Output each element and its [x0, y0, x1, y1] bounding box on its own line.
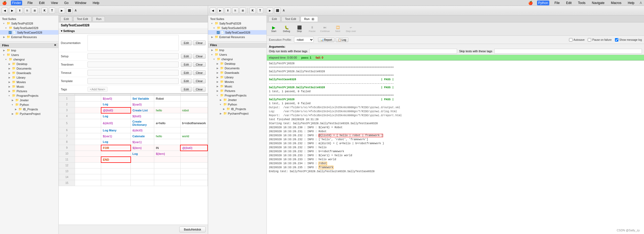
tab-edit-left[interactable]: Edit	[60, 16, 72, 21]
row-cell-for[interactable]: FOR	[101, 145, 131, 151]
row-cell-empty[interactable]	[101, 151, 131, 157]
row-cell-empty[interactable]	[180, 157, 208, 163]
tab-run-left[interactable]: Run	[93, 16, 105, 21]
row-cell-empty[interactable]	[154, 139, 180, 145]
toolbar-btn-t[interactable]: T	[49, 7, 55, 14]
files-item-downloads[interactable]: ▶ 📁 Downloads	[0, 71, 58, 75]
row-cell[interactable]	[75, 113, 101, 119]
row-cell-var[interactable]: ${item}	[131, 145, 154, 151]
row-cell-var[interactable]: ${var0}	[101, 96, 131, 102]
setup-clear-btn[interactable]: Clear	[193, 54, 206, 59]
toolbar-btn-paste-r[interactable]: ⊞	[240, 7, 246, 14]
step-over-btn[interactable]: ↩ Step over	[346, 25, 356, 33]
files-item-tmp[interactable]: ▶ 📁 tmp	[0, 48, 58, 53]
doc-edit-btn[interactable]: Edit	[181, 41, 192, 45]
right-files-documents[interactable]: ▶ 📁 Documents	[208, 66, 267, 70]
setup-edit-btn[interactable]: Edit	[181, 54, 192, 59]
row-cell-str[interactable]: hello	[154, 133, 180, 139]
row-cell[interactable]	[75, 107, 101, 113]
row-cell-var[interactable]: &{dict0}	[101, 119, 131, 127]
files-item-jmeter[interactable]: ▶ 📁 Jmeter	[0, 98, 58, 102]
output-area[interactable]: SallyTestPrj0328 =======================…	[267, 60, 644, 234]
right-files-pycharm[interactable]: ▶ 📁 PycharmProject	[208, 111, 267, 116]
row-cell-var[interactable]: ${item}	[154, 151, 180, 157]
row-cell-kw[interactable]: Log Many	[101, 127, 131, 133]
files-item-pycharm[interactable]: ▶ 📁 PycharmProject	[0, 111, 58, 116]
toolbar-btn-run[interactable]: ▶	[59, 7, 65, 14]
row-cell-str[interactable]: world	[180, 133, 208, 139]
template-field[interactable]	[88, 78, 179, 84]
row-cell-empty[interactable]	[180, 139, 208, 145]
row-cell-kw[interactable]: Create Dictionary	[131, 119, 154, 127]
timeout-edit-btn[interactable]: Edit	[181, 70, 192, 75]
right-files-jmeter[interactable]: ▶ 📁 Jmeter	[208, 98, 267, 102]
menu-go-left[interactable]: Go	[63, 1, 70, 5]
skip-field[interactable]	[494, 49, 642, 54]
toolbar-btn-fwd[interactable]: ▶	[9, 7, 15, 14]
row-cell-in[interactable]: IN	[154, 145, 180, 151]
teardown-clear-btn[interactable]: Clear	[193, 62, 206, 67]
row-cell-var[interactable]: ${var0}	[131, 102, 154, 107]
row-cell[interactable]	[75, 145, 101, 151]
toolbar-btn-paste[interactable]: ⊞	[31, 7, 38, 14]
menu-window-left[interactable]: Window	[74, 1, 88, 5]
row-cell-empty[interactable]	[154, 113, 180, 119]
menu-edit-right[interactable]: Edit	[565, 1, 573, 5]
right-files-library[interactable]: ▶ 📁 Library	[208, 75, 267, 79]
tab-run-close-icon[interactable]: ✕	[311, 18, 315, 21]
files-item-python[interactable]: ▾ 📁 Python	[0, 102, 58, 107]
continue-btn[interactable]: ⏭ Continue	[320, 25, 330, 33]
row-cell-empty[interactable]	[180, 151, 208, 157]
toolbar-btn-fwd-r[interactable]: ▶	[217, 7, 224, 14]
row-cell-empty[interactable]	[131, 157, 154, 163]
timeout-field[interactable]	[88, 70, 179, 76]
row-cell-val[interactable]: a=hello	[154, 119, 180, 127]
toolbar-btn-copy-r[interactable]: ⎘	[232, 7, 238, 14]
row-cell[interactable]	[75, 151, 101, 157]
template-edit-btn[interactable]: Edit	[181, 79, 192, 83]
menu-navigate-right[interactable]: Navigate	[591, 1, 606, 5]
row-cell-var[interactable]: ${var1}	[131, 139, 154, 145]
files-item-chengrui[interactable]: ▾ 📁 chengrui	[0, 57, 58, 62]
tree-item-external[interactable]: ▶ 📁 External Resources	[0, 35, 58, 39]
pause-on-failure-label[interactable]: Pause on failure	[588, 38, 611, 42]
right-files-music[interactable]: ▶ 📁 Music	[208, 84, 267, 88]
teardown-edit-btn[interactable]: Edit	[181, 62, 192, 67]
toolbar-btn-copy[interactable]: ⎘	[24, 7, 30, 14]
app-name-python[interactable]: Python	[537, 1, 549, 5]
teardown-field[interactable]	[88, 62, 179, 67]
row-cell-kw[interactable]: Create List	[131, 107, 154, 113]
tags-clear-btn[interactable]: Clear	[193, 87, 206, 92]
baidu-netdisk-btn[interactable]: BaiduNetdisk	[179, 227, 206, 232]
only-run-field[interactable]	[309, 49, 457, 54]
right-files-python[interactable]: ▾ 📁 Python	[208, 102, 267, 107]
right-files-pictures[interactable]: ▶ 📁 Pictures	[208, 88, 267, 93]
row-cell[interactable]	[75, 96, 101, 102]
row-cell-var[interactable]: ${list0}	[131, 113, 154, 119]
tree-item-prj[interactable]: ▾ 📁 SallyTestPrj0328	[0, 21, 58, 26]
row-cell-empty[interactable]	[180, 102, 208, 107]
files-item-pictures[interactable]: ▶ 📁 Pictures	[0, 89, 58, 93]
tree-item-suite[interactable]: ▾ 📁 SallyTestSuite0328	[0, 26, 58, 30]
row-cell[interactable]	[75, 139, 101, 145]
right-tree-item-external[interactable]: ▶ 📁 External Resources	[208, 35, 267, 39]
right-files-desktop[interactable]: ▶ 📁 Desktop	[208, 61, 267, 66]
files-item-library[interactable]: ▶ 📁 Library	[0, 75, 58, 80]
row-cell-kw[interactable]: Catenate	[131, 133, 154, 139]
row-cell-var[interactable]: @{list0}	[180, 145, 208, 151]
toolbar-btn-run-r[interactable]: ▶	[267, 7, 273, 14]
tree-item-case[interactable]: ✓ 📄 SallyTestCase0328	[0, 30, 58, 35]
files-item-music[interactable]: ▶ 📁 Music	[0, 84, 58, 89]
files-item-programprojects[interactable]: ▾ 📁 ProgramProjects	[0, 93, 58, 98]
row-cell-empty[interactable]	[180, 113, 208, 119]
toolbar-btn-k[interactable]: K	[41, 7, 48, 14]
doc-field[interactable]	[88, 35, 179, 51]
checkbox-icon[interactable]: ✓	[9, 31, 12, 34]
row-cell-var[interactable]: &{dict0}	[131, 127, 154, 133]
row-cell-kw[interactable]: Log	[101, 113, 131, 119]
pause-on-failure-checkbox[interactable]	[588, 38, 591, 42]
right-files-programprojects[interactable]: ▾ 📁 ProgramProjects	[208, 93, 267, 98]
toolbar-btn-back-r[interactable]: ◀	[210, 7, 216, 14]
files-item-desktop[interactable]: ▶ 📁 Desktop	[0, 62, 58, 66]
start-btn[interactable]: ▶ Start	[269, 25, 279, 33]
